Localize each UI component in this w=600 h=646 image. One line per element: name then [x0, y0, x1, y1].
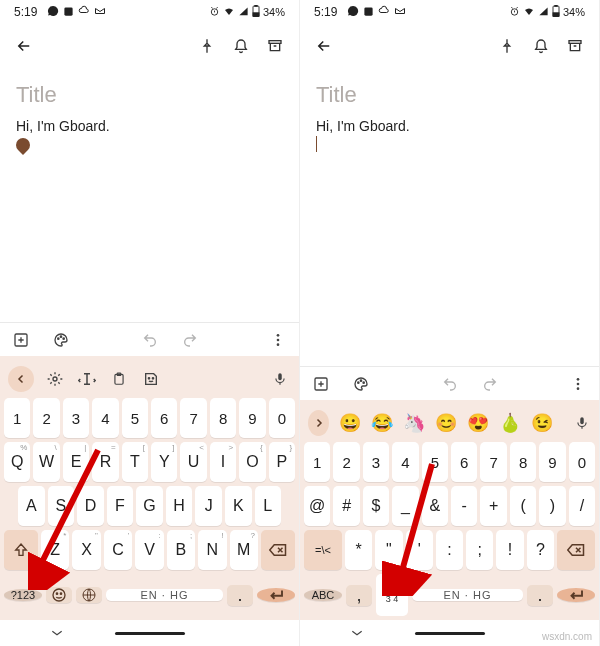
key-5[interactable]: 5 — [122, 398, 148, 438]
undo-icon[interactable] — [141, 331, 159, 349]
key-3[interactable]: 3 — [63, 398, 89, 438]
key-dquote[interactable]: " — [375, 530, 402, 570]
key-u[interactable]: <U — [180, 442, 206, 482]
back-button[interactable] — [314, 36, 334, 56]
emoji-item[interactable]: 🦄 — [403, 412, 425, 434]
shift-key[interactable] — [4, 530, 38, 570]
key-k[interactable]: K — [225, 486, 252, 526]
redo-icon[interactable] — [181, 331, 199, 349]
key-d[interactable]: D — [77, 486, 104, 526]
backspace-key[interactable] — [261, 530, 295, 570]
key-0[interactable]: 0 — [269, 398, 295, 438]
key-question[interactable]: ? — [527, 530, 554, 570]
nav-pill[interactable] — [415, 632, 485, 635]
key-g[interactable]: G — [136, 486, 163, 526]
key-x[interactable]: "X — [72, 530, 100, 570]
key-o[interactable]: {O — [239, 442, 265, 482]
key-squote[interactable]: ' — [406, 530, 433, 570]
key-plus[interactable]: + — [480, 486, 506, 526]
reminder-icon[interactable] — [531, 36, 551, 56]
note-content[interactable]: Title Hi, I'm Gboard. — [0, 68, 299, 322]
back-button[interactable] — [14, 36, 34, 56]
key-hash[interactable]: # — [333, 486, 359, 526]
emoji-item[interactable]: 😊 — [435, 412, 457, 434]
key-z[interactable]: *Z — [41, 530, 69, 570]
key-3[interactable]: 3 — [363, 442, 389, 482]
key-c[interactable]: 'C — [104, 530, 132, 570]
emoji-item[interactable]: 😍 — [467, 412, 489, 434]
archive-icon[interactable] — [265, 36, 285, 56]
key-w[interactable]: \W — [33, 442, 59, 482]
key-star[interactable]: * — [345, 530, 372, 570]
key-h[interactable]: H — [166, 486, 193, 526]
emoji-item[interactable]: 🍐 — [499, 412, 521, 434]
comma-key[interactable]: , — [346, 585, 372, 606]
key-colon[interactable]: : — [436, 530, 463, 570]
palette-icon[interactable] — [52, 331, 70, 349]
more-icon[interactable] — [269, 331, 287, 349]
key-p[interactable]: }P — [269, 442, 295, 482]
emoji-item[interactable]: 😉 — [531, 412, 553, 434]
key-e[interactable]: |E — [63, 442, 89, 482]
key-9[interactable]: 9 — [539, 442, 565, 482]
sticker-icon[interactable] — [140, 368, 162, 390]
emoji-key[interactable] — [46, 587, 72, 603]
key-underscore[interactable]: _ — [392, 486, 418, 526]
add-button[interactable] — [312, 375, 330, 393]
key-8[interactable]: 8 — [510, 442, 536, 482]
key-dash[interactable]: - — [451, 486, 477, 526]
key-6[interactable]: 6 — [151, 398, 177, 438]
key-bang[interactable]: ! — [496, 530, 523, 570]
key-6[interactable]: 6 — [451, 442, 477, 482]
gear-icon[interactable] — [44, 368, 66, 390]
palette-icon[interactable] — [352, 375, 370, 393]
period-key[interactable]: . — [527, 585, 553, 606]
key-rparen[interactable]: ) — [539, 486, 565, 526]
key-7[interactable]: 7 — [180, 398, 206, 438]
note-body[interactable]: Hi, I'm Gboard. — [316, 118, 583, 134]
title-field[interactable]: Title — [16, 82, 283, 108]
key-5[interactable]: 5 — [422, 442, 448, 482]
hide-keyboard-icon[interactable] — [350, 624, 364, 642]
alt-symbols-key[interactable]: =\< — [304, 530, 342, 570]
key-m[interactable]: ?M — [230, 530, 258, 570]
key-amp[interactable]: & — [422, 486, 448, 526]
suggest-forward-icon[interactable] — [308, 410, 329, 436]
key-9[interactable]: 9 — [239, 398, 265, 438]
key-lparen[interactable]: ( — [510, 486, 536, 526]
key-1[interactable]: 1 — [4, 398, 30, 438]
key-dollar[interactable]: $ — [363, 486, 389, 526]
key-semicolon[interactable]: ; — [466, 530, 493, 570]
pin-icon[interactable] — [497, 36, 517, 56]
numpad-key[interactable]: 1 23 4 — [376, 574, 408, 616]
key-4[interactable]: 4 — [392, 442, 418, 482]
key-slash[interactable]: / — [569, 486, 595, 526]
key-2[interactable]: 2 — [33, 398, 59, 438]
key-n[interactable]: !N — [198, 530, 226, 570]
more-icon[interactable] — [569, 375, 587, 393]
add-button[interactable] — [12, 331, 30, 349]
key-b[interactable]: ;B — [167, 530, 195, 570]
key-2[interactable]: 2 — [333, 442, 359, 482]
key-a[interactable]: A — [18, 486, 45, 526]
key-v[interactable]: :V — [135, 530, 163, 570]
mic-icon[interactable] — [269, 368, 291, 390]
title-field[interactable]: Title — [316, 82, 583, 108]
reminder-icon[interactable] — [231, 36, 251, 56]
text-cursor-handle[interactable] — [13, 135, 33, 155]
key-1[interactable]: 1 — [304, 442, 330, 482]
enter-key[interactable] — [557, 588, 595, 602]
redo-icon[interactable] — [481, 375, 499, 393]
key-7[interactable]: 7 — [480, 442, 506, 482]
abc-key[interactable]: ABC — [304, 589, 342, 601]
key-s[interactable]: S — [48, 486, 75, 526]
key-8[interactable]: 8 — [210, 398, 236, 438]
emoji-item[interactable]: 😂 — [371, 412, 393, 434]
note-body[interactable]: Hi, I'm Gboard. — [16, 118, 283, 134]
backspace-key[interactable] — [557, 530, 595, 570]
language-key[interactable] — [76, 587, 102, 603]
text-select-icon[interactable] — [76, 368, 98, 390]
hide-keyboard-icon[interactable] — [50, 624, 64, 642]
undo-icon[interactable] — [441, 375, 459, 393]
key-j[interactable]: J — [195, 486, 222, 526]
